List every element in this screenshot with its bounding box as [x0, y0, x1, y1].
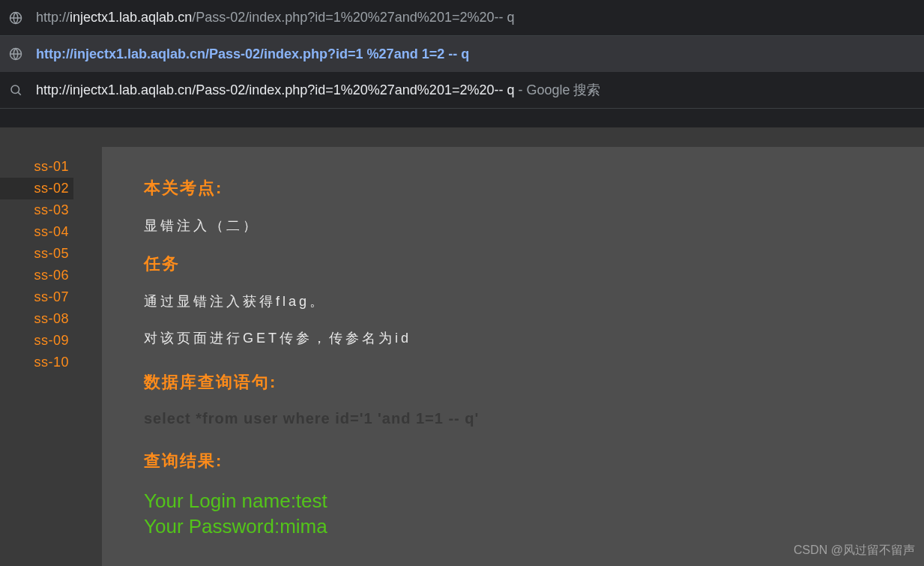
url-input[interactable]: http://injectx1.lab.aqlab.cn/Pass-02/ind… — [36, 10, 514, 25]
suggestion-text: http://injectx1.lab.aqlab.cn/Pass-02/ind… — [36, 81, 601, 99]
search-icon — [9, 83, 22, 97]
sidebar-item-pass-06[interactable]: ss-06 — [0, 265, 73, 286]
globe-icon — [9, 47, 22, 61]
heading-task: 任务 — [144, 253, 882, 275]
url-host: injectx1.lab.aqlab.cn — [70, 10, 192, 25]
svg-line-3 — [18, 92, 20, 94]
heading-query: 数据库查询语句: — [144, 371, 882, 394]
sidebar-item-pass-07[interactable]: ss-07 — [0, 286, 73, 308]
sidebar-item-pass-08[interactable]: ss-08 — [0, 308, 73, 330]
suggestion-text: http://injectx1.lab.aqlab.cn/Pass-02/ind… — [36, 46, 469, 62]
globe-icon — [9, 11, 22, 25]
url-path: /Pass-02/index.php?id=1%20%27and%201=2%2… — [192, 10, 514, 25]
result-password: Your Password:mima — [144, 514, 882, 540]
svg-point-2 — [11, 85, 19, 94]
heading-result: 查询结果: — [144, 450, 882, 472]
sidebar-item-pass-09[interactable]: ss-09 — [0, 330, 73, 352]
watermark: CSDN @风过留不留声 — [794, 543, 915, 559]
sidebar: ss-01 ss-02 ss-03 ss-04 ss-05 ss-06 ss-0… — [0, 127, 73, 566]
sidebar-item-pass-01[interactable]: ss-01 — [0, 156, 73, 178]
sidebar-item-pass-04[interactable]: ss-04 — [0, 221, 73, 243]
sql-query: select *from user where id='1 'and 1=1 -… — [144, 410, 882, 427]
address-bar[interactable]: http://injectx1.lab.aqlab.cn/Pass-02/ind… — [0, 0, 924, 36]
heading-keypoints: 本关考点: — [144, 177, 882, 199]
suggestions-dropdown: http://injectx1.lab.aqlab.cn/Pass-02/ind… — [0, 36, 924, 109]
sidebar-item-pass-10[interactable]: ss-10 — [0, 352, 73, 373]
url-prefix: http:// — [36, 10, 70, 25]
page-content: ss-01 ss-02 ss-03 ss-04 ss-05 ss-06 ss-0… — [0, 127, 924, 566]
suggestion-url[interactable]: http://injectx1.lab.aqlab.cn/Pass-02/ind… — [0, 36, 924, 72]
suggestion-search[interactable]: http://injectx1.lab.aqlab.cn/Pass-02/ind… — [0, 72, 924, 108]
text-task-2: 对该页面进行GET传参，传参名为id — [144, 328, 882, 349]
sidebar-item-pass-05[interactable]: ss-05 — [0, 243, 73, 265]
query-result: Your Login name:test Your Password:mima — [144, 489, 882, 540]
sidebar-item-pass-03[interactable]: ss-03 — [0, 199, 73, 221]
content-panel: 本关考点: 显错注入（二） 任务 通过显错注入获得flag。 对该页面进行GET… — [102, 147, 924, 566]
sidebar-item-pass-02[interactable]: ss-02 — [0, 178, 73, 199]
text-keypoints: 显错注入（二） — [144, 216, 882, 236]
text-task-1: 通过显错注入获得flag。 — [144, 292, 882, 312]
result-login: Your Login name:test — [144, 489, 882, 514]
